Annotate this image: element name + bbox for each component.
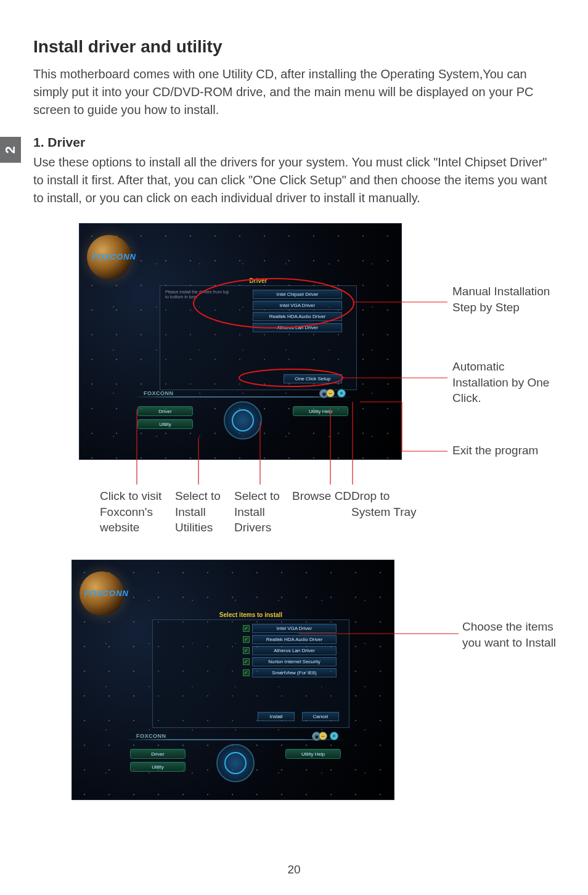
panel-title: Select items to install: [219, 611, 282, 618]
figure-select-items: FOXCONN Select items to install ✓Intel V…: [33, 560, 555, 806]
callout-choose-items: Choose the items you want to Install: [462, 619, 561, 650]
driver-item-chipset[interactable]: Intel Chipset Driver: [253, 290, 342, 299]
install-item-audio: Realtek HDA Audio Driver: [252, 635, 337, 644]
driver-panel: Driver Please install the drivers from t…: [160, 285, 357, 390]
brand-logo-top: FOXCONN: [92, 252, 136, 261]
planet-graphic: [80, 571, 124, 616]
dock-center-dial[interactable]: [216, 744, 255, 782]
screenshot-select-items: FOXCONN Select items to install ✓Intel V…: [71, 560, 394, 800]
install-item-row[interactable]: ✓Norton Internet Security: [243, 657, 337, 666]
install-hint: Please install the drivers from top to b…: [165, 290, 233, 300]
checkbox-icon[interactable]: ✓: [243, 636, 250, 643]
select-items-panel: Select items to install ✓Intel VGA Drive…: [152, 619, 349, 728]
install-item-lan: Atheros Lan Driver: [252, 646, 337, 655]
dock-center-dial[interactable]: [224, 401, 262, 439]
section-heading-driver: 1. Driver: [33, 135, 555, 150]
install-item-smartview: SmartView (For IE8): [252, 668, 337, 677]
callout-system-tray: Drop to System Tray: [351, 488, 431, 520]
dock-utility-button[interactable]: Utility: [130, 762, 186, 772]
dock-brand[interactable]: FOXCONN: [136, 733, 166, 739]
dock-utility-help-button[interactable]: Utility Help: [293, 406, 348, 416]
install-item-vga: Intel VGA Driver: [252, 624, 337, 633]
browse-cd-icon[interactable]: ◉: [312, 732, 321, 741]
dock-utility-help-button[interactable]: Utility Help: [285, 749, 341, 759]
checkbox-icon[interactable]: ✓: [243, 658, 250, 665]
callout-install-utilities: Select to Install Utilities: [175, 488, 232, 536]
page-content: Install driver and utility This motherbo…: [33, 37, 555, 806]
screenshot-driver-menu: FOXCONN Driver Please install the driver…: [79, 223, 402, 460]
checkbox-icon[interactable]: ✓: [243, 647, 250, 654]
callout-install-drivers: Select to Install Drivers: [234, 488, 291, 536]
page-number: 20: [287, 863, 300, 877]
driver-list: Intel Chipset Driver Intel VGA Driver Re…: [253, 290, 342, 332]
one-click-setup-button[interactable]: One Click Setup: [284, 374, 342, 383]
callout-auto-install: Automatic Installation by One Click.: [452, 359, 557, 406]
chapter-tab: 2: [0, 137, 21, 163]
minimize-icon[interactable]: –: [319, 732, 327, 740]
install-items-list: ✓Intel VGA Driver ✓Realtek HDA Audio Dri…: [243, 624, 337, 677]
install-item-row[interactable]: ✓SmartView (For IE8): [243, 668, 337, 677]
figure-driver-menu: FOXCONN Driver Please install the driver…: [33, 223, 555, 544]
close-icon[interactable]: ×: [337, 389, 346, 398]
dock-bar: FOXCONN ◉ – × Driver Utility Utility Hel…: [133, 388, 353, 439]
minimize-icon[interactable]: –: [326, 389, 335, 398]
callout-browse-cd: Browse CD: [292, 488, 360, 504]
intro-paragraph: This motherboard comes with one Utility …: [33, 65, 555, 119]
install-button[interactable]: Install: [258, 712, 295, 721]
dock-brand[interactable]: FOXCONN: [144, 390, 174, 396]
install-item-norton: Norton Internet Security: [252, 657, 337, 666]
section-paragraph-driver: Use these options to install all the dri…: [33, 153, 555, 207]
callout-visit-website: Click to visit Foxconn's website: [100, 488, 174, 536]
dock-driver-button[interactable]: Driver: [137, 406, 193, 416]
panel-title: Driver: [250, 277, 267, 284]
dock-bar: FOXCONN ◉ – × Driver Utility Utility Hel…: [125, 730, 346, 782]
callout-exit: Exit the program: [452, 443, 557, 459]
page-title: Install driver and utility: [33, 37, 555, 57]
dock-utility-button[interactable]: Utility: [137, 419, 193, 429]
callout-manual-install: Manual Installation Step by Step: [452, 284, 557, 315]
chapter-number: 2: [2, 146, 18, 153]
checkbox-icon[interactable]: ✓: [243, 669, 250, 676]
driver-item-audio[interactable]: Realtek HDA Audio Driver: [253, 312, 342, 321]
cancel-button[interactable]: Cancel: [302, 712, 339, 721]
install-item-row[interactable]: ✓Intel VGA Driver: [243, 624, 337, 633]
brand-logo-top: FOXCONN: [84, 589, 129, 598]
planet-graphic: [87, 235, 131, 279]
checkbox-icon[interactable]: ✓: [243, 625, 250, 632]
browse-cd-icon[interactable]: ◉: [319, 389, 329, 398]
install-item-row[interactable]: ✓Atheros Lan Driver: [243, 646, 337, 655]
install-item-row[interactable]: ✓Realtek HDA Audio Driver: [243, 635, 337, 644]
driver-item-vga[interactable]: Intel VGA Driver: [253, 301, 342, 310]
close-icon[interactable]: ×: [330, 732, 338, 740]
driver-item-lan[interactable]: Atheros Lan Driver: [253, 323, 342, 332]
dock-driver-button[interactable]: Driver: [130, 749, 186, 759]
